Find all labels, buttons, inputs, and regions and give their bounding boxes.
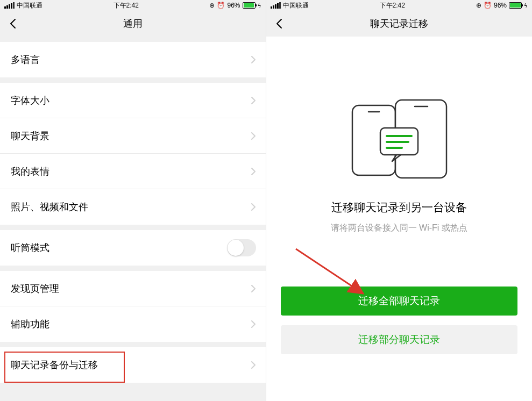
row-label: 聊天背景: [11, 130, 251, 142]
charging-icon: ϟ: [258, 3, 261, 9]
carrier-label: 中国联通: [17, 1, 42, 10]
status-right: ⊕ ⏰ 96% ϟ: [209, 2, 261, 9]
status-left: 中国联通: [271, 1, 309, 10]
chevron-right-icon: [251, 132, 256, 140]
general-settings-pane: 中国联通 下午2:42 ⊕ ⏰ 96% ϟ 通用 多语言 字体大小 聊天背景 我…: [0, 0, 266, 401]
status-time: 下午2:42: [42, 1, 209, 10]
nav-bar: 通用: [0, 11, 266, 37]
status-time: 下午2:42: [309, 1, 476, 10]
chevron-right-icon: [251, 167, 256, 176]
migration-headline: 迁移聊天记录到另一台设备: [331, 200, 467, 215]
row-label: 照片、视频和文件: [11, 200, 251, 213]
row-label: 我的表情: [11, 165, 251, 178]
row-multilanguage[interactable]: 多语言: [0, 42, 266, 77]
row-label: 听筒模式: [11, 241, 227, 254]
signal-icon: [271, 2, 281, 9]
receiver-mode-toggle[interactable]: [227, 239, 256, 256]
carrier-label: 中国联通: [283, 1, 309, 10]
row-font-size[interactable]: 字体大小: [0, 83, 266, 118]
chevron-left-icon: [276, 18, 282, 29]
row-chat-backup-migrate[interactable]: 聊天记录备份与迁移: [0, 347, 266, 383]
alarm-icon: ⏰: [484, 2, 492, 9]
row-label: 字体大小: [11, 94, 251, 107]
battery-pct: 96%: [227, 2, 240, 9]
status-bar: 中国联通 下午2:42 ⊕ ⏰ 96% ϟ: [0, 0, 266, 11]
row-discover-manage[interactable]: 发现页管理: [0, 271, 266, 306]
row-label: 辅助功能: [11, 318, 251, 331]
button-label: 迁移部分聊天记录: [358, 333, 440, 347]
page-title: 聊天记录迁移: [266, 17, 533, 30]
chevron-left-icon: [10, 18, 16, 29]
migrate-all-button[interactable]: 迁移全部聊天记录: [281, 287, 517, 316]
back-button[interactable]: [266, 11, 292, 37]
row-accessibility[interactable]: 辅助功能: [0, 306, 266, 342]
chevron-right-icon: [251, 284, 256, 293]
row-my-stickers[interactable]: 我的表情: [0, 154, 266, 189]
chevron-right-icon: [251, 320, 256, 328]
row-chat-background[interactable]: 聊天背景: [0, 118, 266, 154]
migration-illustration-icon: [343, 96, 456, 182]
battery-pct: 96%: [494, 2, 507, 9]
page-title: 通用: [0, 17, 266, 30]
rotation-lock-icon: ⊕: [209, 2, 215, 9]
migrate-partial-button[interactable]: 迁移部分聊天记录: [281, 325, 517, 354]
row-label: 聊天记录备份与迁移: [11, 359, 251, 371]
signal-icon: [4, 2, 15, 9]
chevron-right-icon: [251, 203, 256, 211]
chat-migration-pane: 中国联通 下午2:42 ⊕ ⏰ 96% ϟ 聊天记录迁移 迁移聊天记录到另: [266, 0, 533, 401]
battery-icon: [509, 2, 522, 9]
rotation-lock-icon: ⊕: [476, 2, 481, 9]
button-label: 迁移全部聊天记录: [358, 294, 440, 308]
migration-content: 迁移聊天记录到另一台设备 请将两台设备接入同一 Wi-Fi 或热点 迁移全部聊天…: [266, 37, 533, 401]
chevron-right-icon: [251, 96, 256, 105]
row-label: 发现页管理: [11, 282, 251, 295]
battery-icon: [243, 2, 256, 9]
charging-icon: ϟ: [524, 3, 528, 9]
chevron-right-icon: [251, 55, 256, 64]
nav-bar: 聊天记录迁移: [266, 11, 533, 37]
status-bar: 中国联通 下午2:42 ⊕ ⏰ 96% ϟ: [266, 0, 533, 11]
migration-hint: 请将两台设备接入同一 Wi-Fi 或热点: [331, 223, 467, 234]
status-left: 中国联通: [4, 1, 42, 10]
alarm-icon: ⏰: [217, 2, 225, 9]
row-receiver-mode[interactable]: 听筒模式: [0, 230, 266, 266]
status-right: ⊕ ⏰ 96% ϟ: [476, 2, 528, 9]
row-label: 多语言: [11, 53, 251, 66]
chevron-right-icon: [251, 361, 256, 369]
row-photos-videos-files[interactable]: 照片、视频和文件: [0, 189, 266, 225]
back-button[interactable]: [0, 11, 26, 37]
